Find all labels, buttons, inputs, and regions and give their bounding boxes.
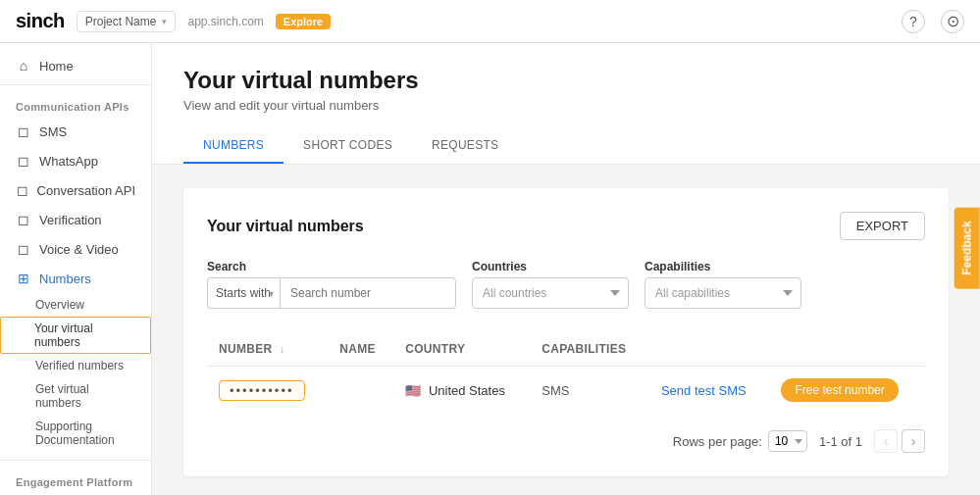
rows-per-page-select[interactable]: 10 bbox=[768, 430, 807, 452]
page-nav: ‹ › bbox=[874, 429, 925, 453]
sidebar-item-home[interactable]: ⌂ Home bbox=[0, 51, 151, 80]
page-title: Your virtual numbers bbox=[183, 67, 949, 94]
sidebar-sub-get-virtual[interactable]: Get virtual numbers bbox=[0, 377, 151, 415]
capabilities-cell: SMS bbox=[530, 367, 649, 415]
sort-icon: ↓ bbox=[280, 344, 284, 355]
next-page-button[interactable]: › bbox=[902, 429, 925, 453]
home-icon: ⌂ bbox=[16, 58, 31, 74]
sidebar: ⌂ Home Communication APIs ◻ SMS ◻ WhatsA… bbox=[0, 43, 152, 495]
capabilities-label: Capabilities bbox=[645, 260, 801, 273]
col-actions bbox=[649, 332, 769, 367]
badge-cell: Free test number bbox=[769, 367, 925, 415]
capabilities-select[interactable]: All capabilities bbox=[645, 277, 801, 309]
table-body: •••••••••• 🇺🇸 United States SMS bbox=[207, 367, 925, 415]
country-cell: 🇺🇸 United States bbox=[393, 367, 530, 415]
verification-icon: ◻ bbox=[16, 212, 31, 227]
numbers-label: Numbers bbox=[39, 272, 91, 286]
main-content: Your virtual numbers View and edit your … bbox=[152, 43, 980, 495]
sms-label: SMS bbox=[39, 124, 67, 139]
capabilities-value: SMS bbox=[542, 383, 569, 398]
table-head: NUMBER ↓ NAME COUNTRY CAPABILITIES bbox=[207, 332, 925, 367]
sidebar-item-numbers[interactable]: ⊞ Numbers bbox=[0, 264, 151, 293]
pagination: Rows per page: 10 1-1 of 1 ‹ › bbox=[207, 429, 925, 453]
sidebar-item-sms[interactable]: ◻ SMS bbox=[0, 117, 151, 146]
sidebar-item-whatsapp[interactable]: ◻ WhatsApp bbox=[0, 146, 151, 175]
app-name: app.sinch.com bbox=[187, 15, 263, 28]
explore-badge[interactable]: Explore bbox=[276, 14, 331, 29]
search-label: Search bbox=[207, 260, 456, 273]
col-capabilities-label: CAPABILITIES bbox=[542, 342, 626, 356]
number-cell: •••••••••• bbox=[207, 367, 328, 415]
col-name-label: NAME bbox=[339, 342, 376, 356]
name-cell bbox=[328, 367, 393, 415]
page-subtitle: View and edit your virtual numbers bbox=[183, 98, 949, 113]
help-icon[interactable]: ? bbox=[902, 10, 925, 33]
number-value: •••••••••• bbox=[219, 380, 305, 401]
col-number-label: NUMBER bbox=[219, 342, 272, 356]
col-badge bbox=[769, 332, 925, 367]
table-row: •••••••••• 🇺🇸 United States SMS bbox=[207, 367, 925, 415]
sidebar-item-voice-video[interactable]: ◻ Voice & Video bbox=[0, 234, 151, 264]
country-name: United States bbox=[429, 383, 505, 398]
capabilities-filter-group: Capabilities All capabilities bbox=[645, 260, 801, 309]
project-caret-icon: ▾ bbox=[162, 17, 167, 26]
project-name: Project Name bbox=[85, 15, 157, 28]
tab-bar: NUMBERS SHORT CODES REQUESTS bbox=[183, 128, 949, 164]
filters-row: Search Starts with Countries bbox=[207, 260, 925, 309]
sidebar-sub-overview[interactable]: Overview bbox=[0, 293, 151, 317]
numbers-icon: ⊞ bbox=[16, 271, 31, 286]
tab-requests[interactable]: REQUESTS bbox=[412, 128, 518, 164]
logo: sinch bbox=[16, 10, 65, 32]
content-area: Your virtual numbers EXPORT Search Start… bbox=[152, 165, 980, 495]
starts-with-wrapper: Starts with bbox=[207, 277, 280, 309]
send-test-link[interactable]: Send test SMS bbox=[661, 383, 747, 398]
country-flag: 🇺🇸 bbox=[405, 383, 421, 398]
topbar-right: ? ⊙ bbox=[902, 10, 964, 33]
comm-apis-title: Communication APIs bbox=[0, 89, 151, 117]
search-filter-group: Search Starts with bbox=[207, 260, 456, 309]
col-name: NAME bbox=[328, 332, 393, 367]
prev-page-button[interactable]: ‹ bbox=[874, 429, 898, 453]
sidebar-sub-virtual-numbers[interactable]: Your virtual numbers bbox=[0, 317, 151, 354]
sidebar-sub-verified-numbers[interactable]: Verified numbers bbox=[0, 354, 151, 377]
action-cell: Send test SMS bbox=[649, 367, 769, 415]
countries-select[interactable]: All countries bbox=[472, 277, 629, 309]
rows-per-page-group: Rows per page: 10 bbox=[673, 430, 807, 452]
account-icon[interactable]: ⊙ bbox=[941, 10, 964, 33]
rows-per-page-label: Rows per page: bbox=[673, 434, 762, 449]
search-input[interactable] bbox=[280, 277, 456, 309]
free-test-button[interactable]: Free test number bbox=[781, 378, 898, 402]
whatsapp-icon: ◻ bbox=[16, 153, 31, 169]
page-info: 1-1 of 1 bbox=[819, 434, 862, 449]
countries-filter-group: Countries All countries bbox=[472, 260, 629, 309]
tab-numbers[interactable]: NUMBERS bbox=[183, 128, 284, 164]
table-header-row: NUMBER ↓ NAME COUNTRY CAPABILITIES bbox=[207, 332, 925, 367]
feedback-tab[interactable]: Feedback bbox=[954, 207, 979, 288]
project-selector[interactable]: Project Name ▾ bbox=[77, 11, 177, 32]
numbers-table: NUMBER ↓ NAME COUNTRY CAPABILITIES bbox=[207, 332, 925, 414]
numbers-card: Your virtual numbers EXPORT Search Start… bbox=[183, 188, 949, 476]
sidebar-item-conversation[interactable]: ◻ Conversation API bbox=[0, 175, 151, 205]
sms-icon: ◻ bbox=[16, 124, 31, 139]
countries-label: Countries bbox=[472, 260, 629, 273]
col-number: NUMBER ↓ bbox=[207, 332, 328, 367]
page-header: Your virtual numbers View and edit your … bbox=[152, 43, 980, 165]
tab-short-codes[interactable]: SHORT CODES bbox=[284, 128, 412, 164]
voice-icon: ◻ bbox=[16, 241, 31, 257]
search-row: Starts with bbox=[207, 277, 456, 309]
card-title: Your virtual numbers bbox=[207, 218, 364, 235]
layout: ⌂ Home Communication APIs ◻ SMS ◻ WhatsA… bbox=[0, 43, 980, 495]
sidebar-home-label: Home bbox=[39, 59, 74, 74]
voice-label: Voice & Video bbox=[39, 242, 119, 257]
conversation-label: Conversation API bbox=[37, 183, 135, 198]
export-button[interactable]: EXPORT bbox=[840, 212, 925, 240]
whatsapp-label: WhatsApp bbox=[39, 154, 98, 169]
starts-with-select[interactable]: Starts with bbox=[207, 277, 280, 309]
card-header: Your virtual numbers EXPORT bbox=[207, 212, 925, 240]
verification-label: Verification bbox=[39, 213, 102, 227]
sidebar-item-verification[interactable]: ◻ Verification bbox=[0, 205, 151, 234]
sidebar-sub-supporting-docs[interactable]: Supporting Documentation bbox=[0, 415, 151, 452]
engagement-title: Engagement Platform bbox=[0, 465, 151, 492]
col-capabilities: CAPABILITIES bbox=[530, 332, 649, 367]
conversation-icon: ◻ bbox=[16, 182, 29, 198]
